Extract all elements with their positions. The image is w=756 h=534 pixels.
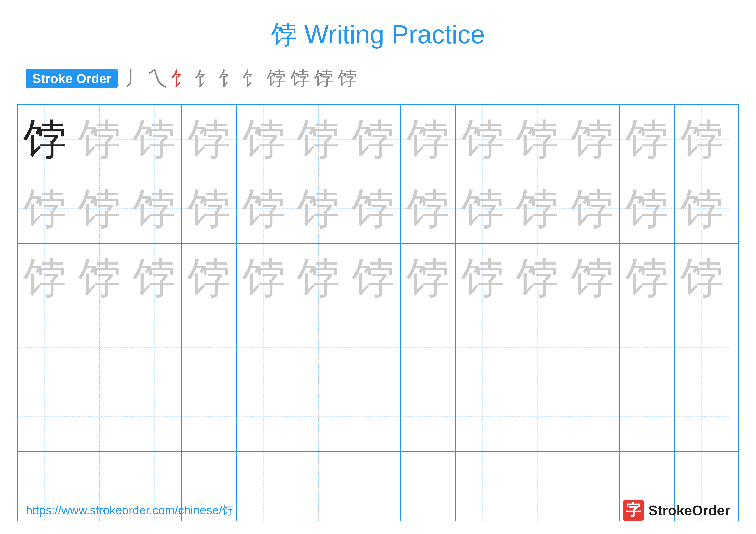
grid-cell[interactable]: 饽 [401,243,456,313]
grid-cell[interactable]: 饽 [401,105,456,174]
char-guide: 饽 [352,187,395,230]
grid-cell[interactable]: 饽 [565,105,620,174]
grid-cell[interactable] [565,382,620,451]
grid-cell[interactable]: 饽 [456,174,510,243]
grid-row-5 [18,382,738,452]
grid-cell[interactable] [18,382,72,451]
grid-cell[interactable] [291,313,346,382]
grid-cell[interactable]: 饽 [456,105,510,174]
char-guide: 饽 [680,118,723,161]
char-guide: 饽 [461,257,504,300]
grid-cell[interactable] [237,382,291,451]
grid-cell[interactable] [510,382,565,451]
grid-cell[interactable]: 饽 [346,105,401,174]
stroke-9: 饽 [314,65,334,91]
grid-cell[interactable]: 饽 [620,243,675,313]
grid-cell[interactable] [72,313,127,382]
page-title: 饽 Writing Practice [0,0,756,61]
char-guide: 饽 [516,257,559,300]
grid-cell[interactable] [565,313,620,382]
char-guide: 饽 [406,257,449,300]
grid-cell[interactable]: 饽 [127,243,182,313]
grid-cell[interactable]: 饽 [237,105,291,174]
grid-cell[interactable]: 饽 [237,174,291,243]
char-guide: 饽 [133,257,176,300]
char-guide: 饽 [297,257,340,300]
char-guide: 饽 [461,187,504,230]
grid-cell[interactable]: 饽 [182,174,237,243]
char-guide: 饽 [187,118,230,161]
char-guide: 饽 [297,118,340,161]
grid-cell[interactable]: 饽 [127,105,182,174]
stroke-2: 乀 [148,65,168,91]
char-dark: 饽 [23,118,67,161]
stroke-order-badge: Stroke Order [26,69,118,88]
grid-cell[interactable]: 饽 [565,243,620,313]
char-guide: 饽 [23,257,67,300]
grid-cell[interactable] [182,382,237,451]
char-guide: 饽 [297,187,340,230]
grid-cell[interactable]: 饽 [456,243,510,313]
grid-cell[interactable] [510,313,565,382]
grid-cell[interactable]: 饽 [291,174,346,243]
grid-cell[interactable] [401,313,456,382]
grid-cell[interactable]: 饽 [675,174,729,243]
grid-cell[interactable]: 饽 [565,174,620,243]
grid-cell[interactable]: 饽 [18,105,72,174]
grid-cell[interactable] [72,382,127,451]
char-guide: 饽 [406,187,449,230]
char-guide: 饽 [187,187,230,230]
grid-cell[interactable]: 饽 [510,174,565,243]
grid-cell[interactable] [456,313,510,382]
grid-cell[interactable] [456,382,510,451]
grid-cell[interactable] [675,382,729,451]
grid-cell[interactable]: 饽 [182,243,237,313]
grid-cell[interactable] [127,313,182,382]
grid-cell[interactable]: 饽 [18,174,72,243]
grid-cell[interactable] [620,382,675,451]
grid-cell[interactable]: 饽 [72,174,127,243]
grid-cell[interactable] [620,313,675,382]
footer-url[interactable]: https://www.strokeorder.com/chinese/饽 [26,502,234,518]
grid-cell[interactable]: 饽 [346,174,401,243]
char-guide: 饽 [680,187,723,230]
stroke-order-row: Stroke Order 丿 乀 饣 饣 饣 饣 饽 饽 饽 饽 [0,61,756,100]
grid-cell[interactable]: 饽 [291,243,346,313]
stroke-10: 饽 [338,65,357,91]
grid-cell[interactable] [675,313,729,382]
grid-cell[interactable]: 饽 [237,243,291,313]
grid-cell[interactable]: 饽 [675,243,729,313]
grid-cell[interactable]: 饽 [620,174,675,243]
char-guide: 饽 [571,187,614,230]
char-guide: 饽 [78,187,121,230]
grid-cell[interactable] [18,313,72,382]
grid-cell[interactable] [401,382,456,451]
grid-cell[interactable]: 饽 [675,105,729,174]
grid-cell[interactable]: 饽 [510,105,565,174]
grid-cell[interactable] [346,313,401,382]
char-guide: 饽 [625,257,668,300]
char-guide: 饽 [461,118,504,161]
grid-cell[interactable] [291,382,346,451]
char-guide: 饽 [133,187,176,230]
char-guide: 饽 [516,187,559,230]
grid-cell[interactable]: 饽 [401,174,456,243]
grid-cell[interactable] [237,313,291,382]
grid-cell[interactable]: 饽 [510,243,565,313]
grid-cell[interactable] [182,313,237,382]
grid-cell[interactable]: 饽 [72,243,127,313]
grid-cell[interactable]: 饽 [291,105,346,174]
writing-grid: 饽 饽 饽 饽 饽 饽 饽 饽 饽 饽 饽 饽 饽 饽 饽 饽 饽 饽 饽 饽 … [17,105,739,521]
grid-cell[interactable]: 饽 [346,243,401,313]
grid-row-3: 饽 饽 饽 饽 饽 饽 饽 饽 饽 饽 饽 饽 饽 [18,243,738,313]
grid-cell[interactable]: 饽 [72,105,127,174]
grid-cell[interactable]: 饽 [127,174,182,243]
char-guide: 饽 [680,257,723,300]
grid-cell[interactable] [127,382,182,451]
grid-row-2: 饽 饽 饽 饽 饽 饽 饽 饽 饽 饽 饽 饽 饽 [18,174,738,243]
grid-cell[interactable] [346,382,401,451]
grid-cell[interactable]: 饽 [18,243,72,313]
grid-row-4 [18,313,738,382]
grid-cell[interactable]: 饽 [620,105,675,174]
grid-cell[interactable]: 饽 [182,105,237,174]
